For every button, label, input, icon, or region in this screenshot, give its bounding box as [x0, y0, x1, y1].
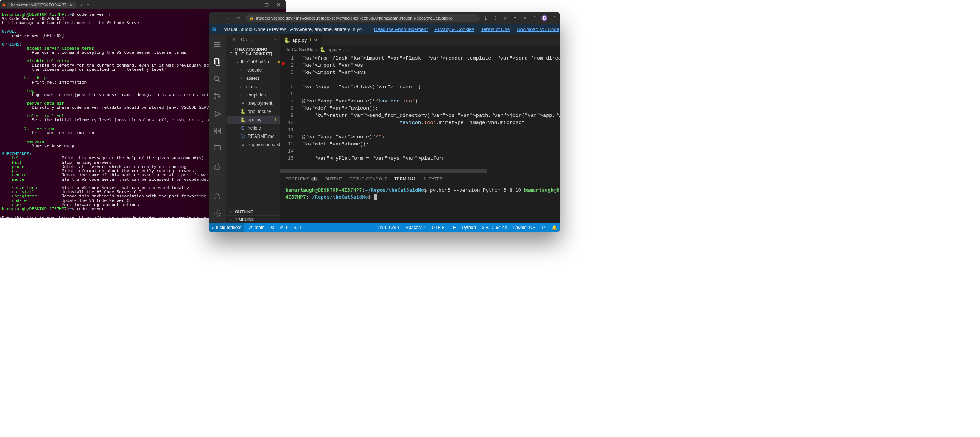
run-debug-icon[interactable] — [208, 106, 226, 122]
tree-folder[interactable]: ›.vscode — [228, 66, 280, 74]
breadcrumb[interactable]: theCatSaidNo› 🐍 app.py› … — [280, 46, 560, 54]
outline-section[interactable]: ›OUTLINE — [226, 208, 280, 215]
svg-rect-12 — [218, 128, 220, 130]
chevron-right-icon: › — [230, 209, 234, 214]
language-mode[interactable]: Python — [459, 223, 479, 232]
sync-button[interactable]: ⟲ — [267, 223, 277, 232]
tree-file[interactable]: ⓘREADME.md — [228, 132, 280, 140]
install-icon[interactable]: ⤓ — [483, 16, 489, 21]
eol[interactable]: LF — [448, 223, 459, 232]
close-tab-icon[interactable]: × — [70, 3, 72, 7]
tree-file[interactable]: Chello.c — [228, 124, 280, 132]
error-icon: ⊘ — [280, 225, 284, 230]
svg-marker-10 — [215, 111, 220, 117]
forward-button[interactable]: → — [223, 16, 231, 21]
explorer-icon[interactable] — [208, 54, 226, 70]
editor-tab-app-py[interactable]: 🐍 app.py 1 ✕ — [280, 34, 322, 46]
banner-link-privacy[interactable]: Privacy & Cookies — [434, 26, 474, 32]
extensions-icon[interactable]: ✦ — [512, 16, 518, 21]
settings-gear-icon[interactable] — [208, 205, 226, 221]
chevron-down-icon: ⌄ — [230, 49, 233, 54]
tree-file[interactable]: ≡requirements.txt — [228, 140, 280, 149]
bookmark-icon[interactable]: ☆ — [502, 16, 508, 21]
txt-file-icon: ≡ — [240, 142, 245, 147]
profile-avatar[interactable]: B — [541, 15, 547, 21]
new-tab-button[interactable]: ＋ — [78, 2, 86, 8]
code-editor[interactable]: 1 2 3 4 5 6 7 8 9 10 11 12 13 14 15 "kw"… — [280, 54, 560, 169]
py-file-icon: 🐍 — [240, 117, 245, 123]
activity-bar — [208, 34, 226, 223]
vscode-browser-window: ← → ⟳ 🔒 insiders.vscode.dev/+ms-vscode.r… — [208, 13, 560, 232]
problems-status[interactable]: ⊘0 ⚠1 — [277, 223, 305, 232]
announcement-banner: ⧉ Visual Studio Code (Preview). Anywhere… — [208, 24, 560, 34]
tab-debug-console[interactable]: DEBUG CONSOLE — [349, 177, 387, 181]
tab-jupyter[interactable]: JUPYTER — [423, 177, 443, 181]
vscode-logo-icon: ⧉ — [212, 26, 216, 32]
banner-link-terms[interactable]: Terms of Use — [481, 26, 510, 32]
git-branch[interactable]: ⎇main — [244, 223, 267, 232]
folder-root[interactable]: ⌄ theCatSaidNo ● — [228, 57, 280, 66]
testing-icon[interactable] — [208, 158, 226, 174]
modified-dot-icon: ● — [277, 59, 280, 64]
integrated-terminal[interactable]: bamurtaugh@DESKTOP-4I37HP7:~/Repos/theCa… — [280, 185, 560, 223]
close-button[interactable]: ✕ — [276, 2, 281, 8]
breakpoint-icon[interactable] — [282, 62, 285, 65]
modified-badge: 1 — [274, 118, 276, 122]
tab-terminal[interactable]: TERMINAL — [394, 177, 417, 181]
bottom-panel: PROBLEMS1 OUTPUT DEBUG CONSOLE TERMINAL … — [280, 173, 560, 223]
back-button[interactable]: ← — [212, 16, 220, 21]
url-bar[interactable]: 🔒 insiders.vscode.dev/+ms-vscode.remote-… — [245, 14, 480, 22]
share-icon[interactable]: ⇪ — [492, 16, 498, 21]
tab-dropdown-icon[interactable]: ▾ — [88, 3, 89, 7]
branch-icon: ⎇ — [247, 225, 253, 230]
menu-icon[interactable] — [208, 37, 226, 53]
reload-button[interactable]: ⟳ — [234, 16, 242, 21]
remote-explorer-icon[interactable] — [208, 140, 226, 156]
svg-point-5 — [215, 77, 219, 81]
svg-point-8 — [215, 98, 216, 99]
close-tab-icon[interactable]: ✕ — [313, 37, 318, 43]
maximize-button[interactable]: ▢ — [264, 2, 269, 8]
tree-folder[interactable]: ›static — [228, 83, 280, 91]
cursor-position[interactable]: Ln 1, Col 1 — [375, 223, 402, 232]
tab-problems[interactable]: PROBLEMS1 — [285, 177, 318, 181]
tree-file[interactable]: 🐍app.py1 — [228, 116, 280, 124]
keyboard-layout[interactable]: Layout: US — [510, 223, 538, 232]
minimize-button[interactable]: ― — [252, 2, 257, 8]
remote-indicator[interactable]: ⟐lucid-lorikeet — [208, 223, 244, 232]
workspace-root[interactable]: ⌄ THECATSAIDNO [LUCID-LORIKEET] — [226, 46, 280, 57]
puzzle-icon[interactable]: ✧ — [522, 16, 528, 21]
explorer-sidebar: EXPLORER ⋯ ⌄ THECATSAIDNO [LUCID-LORIKEE… — [226, 34, 280, 223]
browser-menu-icon[interactable]: ⋮ — [551, 16, 557, 21]
svg-point-9 — [219, 96, 220, 97]
tree-file[interactable]: 🐍app_test.py — [228, 107, 280, 116]
horizontal-scrollbar[interactable] — [280, 169, 560, 173]
python-file-icon: 🐍 — [284, 37, 290, 43]
menu-dots-icon[interactable]: ⋮ — [531, 16, 538, 21]
extensions-view-icon[interactable] — [208, 123, 226, 139]
tree-file[interactable]: ≡.deployment — [228, 99, 280, 107]
source-control-icon[interactable] — [208, 89, 226, 104]
sidebar-more-icon[interactable]: ⋯ — [272, 37, 277, 42]
terminal-tab[interactable]: bamurtaugh@DESKTOP-4I37I × — [7, 2, 76, 8]
python-interpreter[interactable]: 3.8.10 64-bit — [479, 223, 510, 232]
tree-folder[interactable]: ›templates — [228, 91, 280, 99]
notifications-icon[interactable]: 🔔 — [549, 223, 560, 232]
timeline-section[interactable]: ›TIMELINE — [226, 216, 280, 223]
tab-output[interactable]: OUTPUT — [325, 177, 343, 181]
feedback-icon[interactable]: ⚐ — [538, 223, 549, 232]
banner-link-download[interactable]: Download VS Code — [517, 26, 559, 32]
python-file-icon: 🐍 — [320, 47, 325, 53]
tree-folder[interactable]: ›assets — [228, 74, 280, 83]
search-icon[interactable] — [208, 71, 226, 87]
browser-toolbar: ← → ⟳ 🔒 insiders.vscode.dev/+ms-vscode.r… — [208, 13, 560, 24]
accounts-icon[interactable] — [208, 188, 226, 204]
explorer-title: EXPLORER — [230, 37, 254, 42]
chevron-right-icon: › — [230, 217, 234, 222]
encoding[interactable]: UTF-8 — [429, 223, 448, 232]
indentation[interactable]: Spaces: 4 — [402, 223, 428, 232]
status-bar: ⟐lucid-lorikeet ⎇main ⟲ ⊘0 ⚠1 Ln 1, Col … — [208, 223, 560, 232]
editor-tabs: 🐍 app.py 1 ✕ ▷ ▾ ◫ ⋯ — [280, 34, 560, 46]
banner-link-announcement[interactable]: Read the Announcement — [374, 26, 428, 32]
url-text: insiders.vscode.dev/+ms-vscode.remote-se… — [256, 16, 453, 20]
